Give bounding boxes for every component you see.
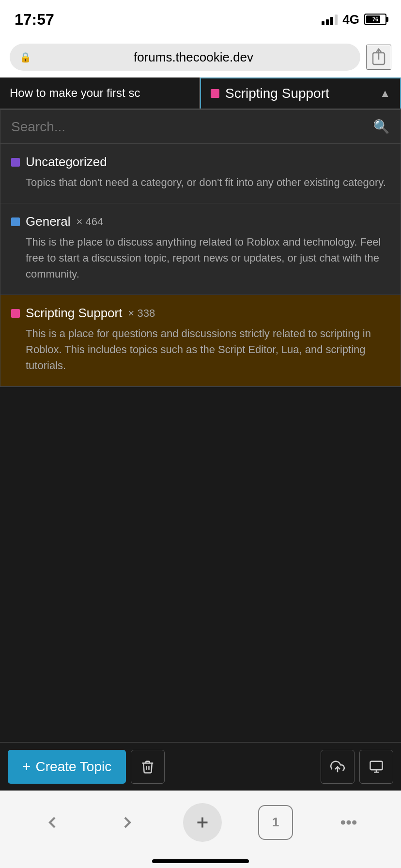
category-header-uncategorized: Uncategorized — [11, 155, 390, 170]
plus-icon: + — [22, 759, 31, 775]
create-topic-button[interactable]: + Create Topic — [8, 750, 126, 784]
create-topic-text: Create Topic — [36, 759, 112, 775]
category-name-general: General — [26, 214, 71, 229]
category-count-scripting: × 338 — [128, 307, 155, 320]
chevron-up-icon: ▲ — [380, 87, 390, 100]
tab-right-icon — [211, 89, 219, 98]
search-bar[interactable]: 🔍 — [0, 110, 401, 144]
tab-count-text: 1 — [272, 815, 279, 830]
search-input[interactable] — [11, 119, 373, 135]
lock-icon: 🔒 — [19, 51, 31, 63]
main-content: How to make your first sc Scripting Supp… — [0, 78, 401, 756]
category-header-general: General × 464 — [11, 214, 390, 229]
browser-nav: 1 — [0, 790, 401, 868]
display-button[interactable] — [359, 750, 393, 784]
tab-right-text: Scripting Support — [225, 86, 374, 101]
new-tab-button[interactable] — [183, 803, 222, 842]
delete-button[interactable] — [131, 750, 165, 784]
more-button[interactable] — [329, 803, 368, 842]
category-desc-uncategorized: Topics that don't need a category, or do… — [26, 174, 390, 190]
tab-bar: How to make your first sc Scripting Supp… — [0, 78, 401, 109]
url-bar[interactable]: 🔒 forums.thecookie.dev — [10, 44, 360, 71]
tab-right[interactable]: Scripting Support ▲ — [200, 78, 401, 108]
category-icon-scripting — [11, 309, 20, 318]
category-item-uncategorized[interactable]: Uncategorized Topics that don't need a c… — [0, 144, 401, 203]
svg-rect-3 — [370, 761, 383, 770]
browser-bar: 🔒 forums.thecookie.dev — [0, 39, 401, 78]
category-count-general: × 464 — [77, 216, 104, 228]
category-desc-general: This is the place to discuss anything re… — [26, 234, 390, 282]
category-header-scripting: Scripting Support × 338 — [11, 306, 390, 321]
category-item-scripting[interactable]: Scripting Support × 338 This is a place … — [0, 295, 401, 387]
category-dropdown: 🔍 Uncategorized Topics that don't need a… — [0, 109, 401, 387]
category-icon-uncategorized — [11, 158, 20, 167]
forward-button[interactable] — [108, 803, 147, 842]
bottom-action-bar: + Create Topic — [0, 742, 401, 790]
svg-point-10 — [354, 821, 356, 823]
upload-button[interactable] — [321, 750, 355, 784]
category-name-scripting: Scripting Support — [26, 306, 122, 321]
category-icon-general — [11, 217, 20, 226]
status-icons: 4G 76 — [322, 12, 386, 27]
svg-point-8 — [342, 821, 344, 823]
status-time: 17:57 — [15, 11, 54, 29]
network-label: 4G — [342, 12, 359, 27]
svg-point-9 — [348, 821, 350, 823]
url-text: forums.thecookie.dev — [36, 50, 351, 65]
tab-left[interactable]: How to make your first sc — [0, 78, 200, 108]
category-item-general[interactable]: General × 464 This is the place to discu… — [0, 203, 401, 295]
signal-icon — [322, 14, 338, 25]
battery-icon: 76 — [364, 14, 386, 25]
category-name-uncategorized: Uncategorized — [26, 155, 107, 170]
category-desc-scripting: This is a place for questions and discus… — [26, 326, 390, 373]
home-bar — [152, 859, 249, 863]
search-icon: 🔍 — [373, 119, 390, 135]
back-button[interactable] — [33, 803, 72, 842]
share-button[interactable] — [366, 45, 391, 70]
tab-left-text: How to make your first sc — [10, 86, 140, 99]
tab-count-button[interactable]: 1 — [258, 805, 293, 840]
status-bar: 17:57 4G 76 — [0, 0, 401, 39]
